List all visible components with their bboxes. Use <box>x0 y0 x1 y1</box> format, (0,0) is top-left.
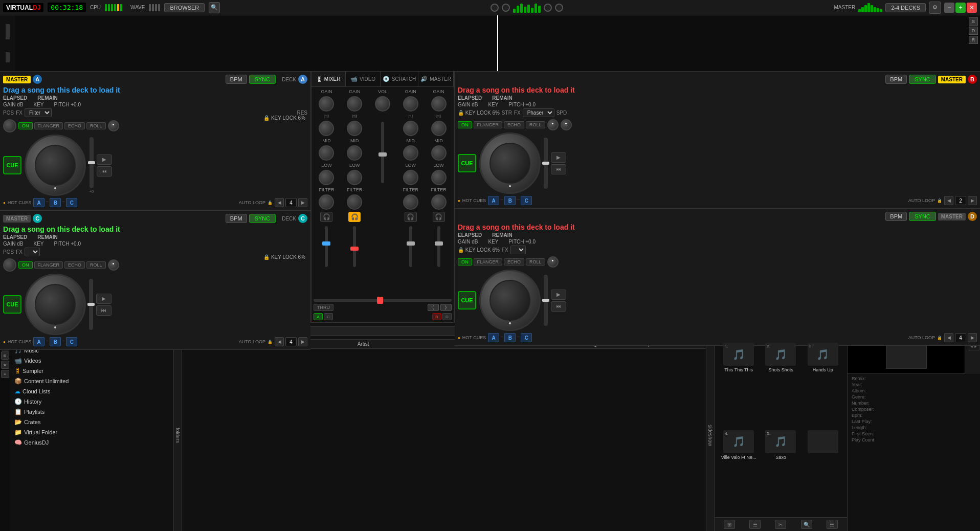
deck-a-pos-knob[interactable] <box>3 119 16 132</box>
tree-item-playlists[interactable]: 📋 Playlists <box>10 407 173 417</box>
deck-d-fx-on-btn[interactable]: ON <box>458 258 472 266</box>
mixer-gain-knob-a[interactable] <box>319 96 334 112</box>
deck-a-play-button[interactable]: ▶ <box>97 154 112 165</box>
deck-b-sync-button[interactable]: SYNC <box>909 75 936 84</box>
mixer-hi-knob-d[interactable] <box>431 121 447 136</box>
mixer-low-knob-d[interactable] <box>431 170 447 185</box>
deck-d-roll-btn[interactable]: ROLL <box>526 258 545 266</box>
mixer-mid-knob-d[interactable] <box>431 145 447 161</box>
side-s-button[interactable]: S <box>969 17 978 26</box>
deck-b-platter[interactable] <box>479 132 541 194</box>
famous-bottom-btn-5[interactable]: ☰ <box>827 520 838 529</box>
deck-b-spd-knob[interactable] <box>561 119 572 130</box>
deck-b-loop-prev[interactable]: ◀ <box>944 196 953 205</box>
deck-c-loop-next[interactable]: ▶ <box>298 337 307 346</box>
deck-c-cue-c[interactable]: C <box>66 337 77 346</box>
deck-a-fx-select[interactable]: Filter <box>25 108 52 117</box>
tree-btn-6[interactable]: ≡ <box>1 370 9 378</box>
deck-a-echo-btn[interactable]: ECHO <box>64 122 85 129</box>
deck-c-fx-select[interactable] <box>25 248 40 256</box>
mixer-hi-knob-b[interactable] <box>347 121 362 136</box>
deck-d-knob[interactable] <box>547 256 559 268</box>
deck-d-fx-select[interactable] <box>510 246 526 254</box>
deck-c-master-tag[interactable]: MASTER <box>3 215 31 223</box>
deck-d-cue-c[interactable]: C <box>521 333 532 342</box>
mixer-mid-knob-a[interactable] <box>319 145 334 161</box>
tree-item-sampler[interactable]: 🎛 Sampler <box>10 366 173 376</box>
famous-bottom-btn-1[interactable]: ⊞ <box>724 520 735 529</box>
deck-d-pitch-slider[interactable] <box>544 275 548 326</box>
deck-c-echo-btn[interactable]: ECHO <box>64 261 85 269</box>
famous-item-5[interactable]: 5. 🎵 Saxo <box>761 428 800 514</box>
mixer-deck-d-btn[interactable]: D <box>442 313 452 320</box>
tree-item-videos[interactable]: 📹 Videos <box>10 356 173 366</box>
deck-d-cue-a[interactable]: A <box>488 333 499 342</box>
mixer-low-knob-a[interactable] <box>319 170 334 185</box>
famous-bottom-btn-4[interactable]: 🔍 <box>801 520 812 529</box>
tree-item-history[interactable]: 🕓 History <box>10 396 173 407</box>
browser-search-icon[interactable]: 🔍 <box>209 2 220 13</box>
mixer-tab-video[interactable]: 📹 VIDEO <box>346 72 380 86</box>
deck-c-pos-knob[interactable] <box>3 258 16 272</box>
mixer-gain-knob-d[interactable] <box>431 96 447 112</box>
deck-a-loop-next[interactable]: ▶ <box>298 198 307 207</box>
deck-a-prev-button[interactable]: ⏮ <box>97 166 112 176</box>
crossfader-track[interactable] <box>314 299 452 302</box>
maximize-button[interactable]: + <box>955 3 966 13</box>
mixer-tab-scratch[interactable]: 💿 SCRATCH <box>381 72 419 86</box>
settings-button[interactable]: ⚙ <box>929 2 941 14</box>
sideshow-toggle-button[interactable]: sideshow <box>706 340 714 531</box>
mixer-filter-knob-a[interactable] <box>319 194 334 210</box>
deck-c-bpm-button[interactable]: BPM <box>226 214 247 223</box>
deck-b-cue-a[interactable]: A <box>488 196 499 205</box>
deck-c-roll-btn[interactable]: ROLL <box>86 261 106 269</box>
deck-d-loop-prev[interactable]: ◀ <box>944 333 953 342</box>
deck-d-flanger-btn[interactable]: FLANGER <box>474 258 503 266</box>
mixer-fader-b[interactable] <box>353 226 356 267</box>
deck-c-res-knob[interactable] <box>108 259 119 271</box>
deck-d-prev-button[interactable]: ⏮ <box>551 301 566 312</box>
deck-c-prev-button[interactable]: ⏮ <box>96 305 112 316</box>
deck-b-play-button[interactable]: ▶ <box>551 152 566 163</box>
deck-c-fx-on-btn[interactable]: ON <box>18 261 33 269</box>
famous-item-4[interactable]: 4. 🎵 Ville Valo Ft Ne... <box>719 428 759 514</box>
mixer-deck-c-btn[interactable]: C <box>324 313 333 320</box>
deck-c-pitch-slider[interactable] <box>89 279 93 330</box>
deck-d-sync-button[interactable]: SYNC <box>909 212 936 221</box>
mixer-deck-a-btn[interactable]: A <box>314 313 323 320</box>
mixer-hi-knob-a[interactable] <box>319 121 334 136</box>
deck-b-pitch-slider[interactable] <box>544 138 548 189</box>
deck-a-roll-btn[interactable]: ROLL <box>86 122 106 129</box>
deck-a-cue-b[interactable]: B <box>50 198 61 207</box>
mixer-fader-c[interactable] <box>409 226 412 267</box>
mixer-vol-knob[interactable] <box>375 96 390 112</box>
deck-c-platter[interactable] <box>25 274 86 335</box>
mixer-headphone-d[interactable]: 🎧 <box>433 212 445 222</box>
deck-c-play-button[interactable]: ▶ <box>96 294 112 304</box>
side-d-button[interactable]: D <box>969 27 978 35</box>
deck-c-cue-button[interactable]: CUE <box>3 295 21 314</box>
deck-c-cue-a[interactable]: A <box>33 337 44 346</box>
mixer-headphone-a[interactable]: 🎧 <box>320 212 332 222</box>
mixer-mid-knob-c[interactable] <box>403 145 418 161</box>
tree-item-cloud[interactable]: ☁ Cloud Lists <box>10 386 173 396</box>
tree-item-crates[interactable]: 📂 Crates <box>10 417 173 427</box>
deck-d-loop-next[interactable]: ▶ <box>968 333 977 342</box>
deck-b-cue-c[interactable]: C <box>521 196 532 205</box>
famous-bottom-btn-3[interactable]: ✂ <box>775 520 786 529</box>
tree-btn-4[interactable]: ⊗ <box>1 351 9 360</box>
deck-a-sync-button[interactable]: SYNC <box>249 75 276 84</box>
deck-a-pitch-slider[interactable] <box>90 137 94 188</box>
deck-b-bpm-button[interactable]: BPM <box>885 75 907 84</box>
deck-a-bpm-button[interactable]: BPM <box>226 75 247 84</box>
famous-bottom-btn-2[interactable]: ☰ <box>749 520 761 529</box>
thru-button[interactable]: THRU <box>314 304 333 311</box>
mixer-gain-knob-c[interactable] <box>403 96 418 112</box>
deck-d-master-tag[interactable]: MASTER <box>938 213 966 220</box>
mixer-vol-fader[interactable] <box>381 122 384 183</box>
mixer-low-knob-b[interactable] <box>347 170 362 185</box>
decks-selector-button[interactable]: 2-4 DECKS <box>885 3 926 12</box>
deck-b-master-tag[interactable]: MASTER <box>938 76 966 83</box>
deck-d-cue-b[interactable]: B <box>504 333 516 342</box>
deck-a-cue-c[interactable]: C <box>66 198 77 207</box>
